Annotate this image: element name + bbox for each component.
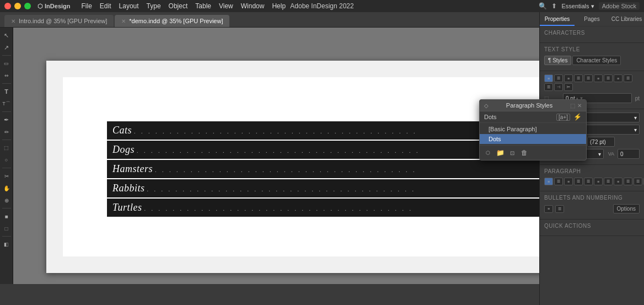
align-left-btn[interactable]: ≡ (544, 74, 553, 82)
close-button[interactable] (4, 3, 11, 9)
tab-close-demo[interactable]: ✕ (121, 18, 126, 24)
new-style-group-btn[interactable]: ⬡ (483, 148, 493, 158)
para-align-left[interactable]: ≡ (544, 178, 553, 185)
duplicate-style-btn[interactable]: ⊡ (507, 148, 517, 158)
para-align-justify-all[interactable]: ☰ (584, 178, 593, 185)
align-justify-all2-btn[interactable]: ☰ (544, 83, 553, 91)
para-styles-collapse-icon[interactable]: ◇ (484, 103, 489, 109)
tools-panel: ↖ ↗ ▭ ⇔ T T⌒ ✒ ✏ ⬚ ○ ✂ ✋ ⊕ ■ □ ◧ (0, 28, 13, 284)
apply-normal[interactable]: ◧ (1, 239, 12, 250)
tracking-value: 0 (620, 151, 624, 157)
para-align-right[interactable]: ≡ (564, 178, 573, 185)
zoom-tool[interactable]: ⊕ (1, 195, 12, 206)
menu-object[interactable]: Object (165, 2, 191, 10)
gap-tool[interactable]: ⇔ (1, 70, 12, 81)
bullets-ordered-btn[interactable]: ☰ (555, 205, 564, 213)
panel-close-icon[interactable]: ✕ (577, 103, 582, 109)
tool-separator-5 (2, 168, 11, 168)
menu-bar: File Edit Layout Type Object Table View … (78, 2, 289, 10)
text-style-title: Text Style (544, 46, 640, 52)
character-styles-tab[interactable]: Character Styles (572, 56, 621, 65)
scissors-tool[interactable]: ✂ (1, 170, 12, 181)
type-on-path-tool[interactable]: T⌒ (1, 98, 12, 109)
panel-expand-icon[interactable]: ⬚ (570, 103, 575, 109)
app-icon: ⬡ InDesign (37, 3, 71, 10)
menu-type[interactable]: Type (143, 2, 164, 10)
load-styles-btn[interactable]: 📁 (495, 148, 505, 158)
quick-actions-title: Quick Actions (544, 223, 640, 229)
align-center2-btn[interactable]: ☰ (604, 74, 613, 82)
align-right-btn[interactable]: ≡ (564, 74, 573, 82)
menu-table[interactable]: Table (192, 2, 214, 10)
minimize-button[interactable] (14, 3, 21, 9)
menu-edit[interactable]: Edit (96, 2, 115, 10)
para-align-center2[interactable]: ☰ (604, 178, 613, 185)
main-area: ↖ ↗ ▭ ⇔ T T⌒ ✒ ✏ ⬚ ○ ✂ ✋ ⊕ ■ □ ◧ Cats (0, 28, 644, 284)
tab-intro[interactable]: ✕ Intro.indd @ 35% [GPU Preview] (4, 15, 114, 27)
leading-input[interactable]: (72 pt) (587, 137, 615, 147)
para-align-ja2[interactable]: ☰ (634, 178, 642, 185)
style-item-dots[interactable]: Dots (480, 134, 586, 144)
para-align-justify[interactable]: ☰ (574, 178, 583, 185)
current-style-icons: [a+] ⚡ (556, 113, 582, 121)
font-dropdown-icon: ▾ (634, 115, 637, 121)
align-justify-btn[interactable]: ☰ (574, 74, 583, 82)
menu-window[interactable]: Window (238, 2, 268, 10)
toc-name-rabbits: Rabbits (112, 183, 145, 194)
properties-tabs: Properties Pages CC Libraries (540, 12, 644, 26)
tab-properties[interactable]: Properties (540, 12, 575, 26)
page-tool[interactable]: ▭ (1, 58, 12, 69)
select-tool[interactable]: ↖ (1, 30, 12, 41)
tab-close-intro[interactable]: ✕ (11, 18, 15, 24)
para-align-center[interactable]: ☰ (554, 178, 563, 185)
paragraph-styles-panel: ◇ Paragraph Styles ⬚ ✕ Dots [a+] ⚡ [Basi… (479, 99, 587, 160)
style-badge: [a+] (556, 114, 570, 121)
rectangle-frame-tool[interactable]: ⬚ (1, 142, 12, 153)
toc-name-hamsters: Hamsters (112, 163, 153, 175)
style-item-basic[interactable]: [Basic Paragraph] (480, 124, 586, 134)
tab-demo[interactable]: ✕ *demo.indd @ 35% [GPU Preview] (115, 15, 229, 27)
search-icon[interactable]: 🔍 (539, 2, 547, 10)
share-icon[interactable]: ⬆ (551, 2, 557, 10)
align-toward-spine-btn[interactable]: ⊣ (554, 83, 563, 91)
align-justify-all-btn[interactable]: ☰ (584, 74, 593, 82)
panel-current-style: Dots [a+] ⚡ (480, 111, 586, 123)
options-btn[interactable]: Options (613, 204, 640, 213)
maximize-button[interactable] (24, 3, 31, 9)
indent-unit: pt (635, 95, 640, 101)
align-right2-btn[interactable]: ≡ (614, 74, 622, 82)
menu-view[interactable]: View (216, 2, 237, 10)
para-align-j2[interactable]: ☰ (624, 178, 632, 185)
tab-cc-libraries[interactable]: CC Libraries (609, 12, 644, 26)
fill-color[interactable]: ■ (1, 211, 12, 222)
tracking-input[interactable]: 0 (618, 149, 640, 159)
align-left2-btn[interactable]: ≡ (594, 74, 603, 82)
para-align-right2[interactable]: ≡ (614, 178, 622, 185)
delete-style-btn[interactable]: 🗑 (519, 148, 529, 158)
menu-layout[interactable]: Layout (116, 2, 142, 10)
adobe-stock-btn[interactable]: Adobe Stock (599, 2, 640, 10)
panel-bottom-toolbar: ⬡ 📁 ⊡ 🗑 (480, 145, 586, 160)
pencil-tool[interactable]: ✏ (1, 126, 12, 137)
direct-select-tool[interactable]: ↗ (1, 42, 12, 53)
tab-pages[interactable]: Pages (575, 12, 609, 26)
style-list: [Basic Paragraph] Dots (480, 123, 586, 145)
panel-title: Paragraph Styles (506, 102, 552, 109)
align-justify2-btn[interactable]: ☰ (624, 74, 632, 82)
align-away-spine-btn[interactable]: ⊢ (564, 83, 573, 91)
bullets-unordered-btn[interactable]: ≡ (544, 205, 553, 213)
align-center-btn[interactable]: ☰ (554, 74, 563, 82)
type-tool[interactable]: T (1, 86, 12, 97)
va2-label: VA (608, 151, 614, 157)
ellipse-tool[interactable]: ○ (1, 154, 12, 165)
toc-entry-rabbits: Rabbits . . . . . . . . . . . . . . . . … (107, 179, 583, 197)
pen-tool[interactable]: ✒ (1, 114, 12, 125)
stroke-color[interactable]: □ (1, 223, 12, 234)
paragraph-styles-tab[interactable]: ¶ Styles (544, 56, 571, 65)
style-lightning-icon[interactable]: ⚡ (573, 113, 582, 121)
workspace-selector[interactable]: Essentials ▾ (561, 3, 594, 10)
menu-help[interactable]: Help (269, 2, 289, 10)
menu-file[interactable]: File (78, 2, 95, 10)
para-align-left2[interactable]: ≡ (594, 178, 603, 185)
hand-tool[interactable]: ✋ (1, 183, 12, 194)
